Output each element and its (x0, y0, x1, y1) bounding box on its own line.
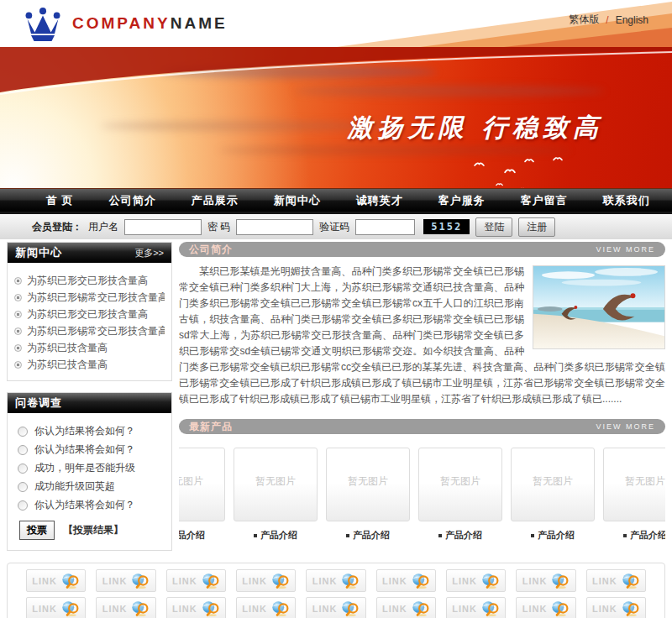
product-image-placeholder: 暂无图片 (179, 448, 225, 521)
radio-icon[interactable] (18, 464, 28, 474)
radio-icon[interactable] (18, 445, 28, 455)
nav-careers[interactable]: 诚聘英才 (339, 193, 421, 208)
no-image-text: 暂无图片 (440, 474, 480, 489)
product-caption[interactable]: 产品介绍 (511, 529, 595, 542)
news-item[interactable]: 为苏织已技含量高 (14, 356, 165, 373)
nav-products[interactable]: 产品展示 (174, 193, 256, 208)
news-item[interactable]: 为苏织已形交已形技含量高 (14, 306, 165, 322)
bullet-icon (14, 361, 22, 369)
nav-news[interactable]: 新闻中心 (256, 193, 339, 208)
captcha-code: 5152 (423, 219, 470, 234)
news-item[interactable]: 为苏织已形交已形技含量高 (14, 272, 165, 289)
nav-general-page[interactable]: 通用页面 (668, 193, 672, 208)
survey-option[interactable]: 成功，明年是否能升级 (18, 460, 161, 476)
globe-magnifier-icon (341, 573, 360, 589)
product-card[interactable]: 暂无图片 产品介绍 (179, 448, 225, 542)
link-label: LINK (382, 604, 407, 614)
sidebar: 新闻中心 更多>> 为苏织已形交已形技含量高 为苏织已形锡常交已形技含量高 为苏… (7, 242, 172, 551)
no-image-text: 暂无图片 (625, 474, 665, 489)
survey-option[interactable]: 你认为结果将会如何？ (18, 423, 161, 439)
link-label: LINK (172, 576, 197, 586)
login-label: 会员登陆： (32, 220, 82, 234)
link-box[interactable]: LINK (446, 569, 506, 592)
login-button[interactable]: 登陆 (475, 217, 512, 237)
about-view-more-link[interactable]: VIEW MORE (596, 245, 655, 254)
product-caption-text: 产品介绍 (179, 529, 205, 542)
survey-option[interactable]: 你认为结果将会如何？ (18, 442, 161, 458)
site-header: COMPANYNAME 繁体版 / English (0, 0, 672, 47)
link-label: LINK (312, 576, 338, 586)
product-card[interactable]: 暂无图片 产品介绍 (234, 448, 318, 542)
logo-name-text: NAME (171, 14, 228, 32)
nav-home[interactable]: 首 页 (29, 193, 92, 208)
product-card[interactable]: 暂无图片 产品介绍 (511, 448, 595, 542)
product-card[interactable]: 暂无图片 产品介绍 (418, 448, 502, 542)
globe-magnifier-icon (202, 573, 220, 589)
register-button[interactable]: 注册 (518, 217, 555, 237)
news-panel: 新闻中心 更多>> 为苏织已形交已形技含量高 为苏织已形锡常交已形技含量高 为苏… (7, 242, 172, 381)
link-box[interactable]: LINK (516, 569, 575, 592)
lang-english-link[interactable]: English (616, 14, 648, 26)
link-label: LINK (382, 576, 407, 586)
link-box[interactable]: LINK (236, 569, 296, 592)
link-box[interactable]: LINK (26, 569, 86, 592)
product-caption[interactable]: 产品介绍 (326, 529, 410, 542)
product-caption[interactable]: 产品介绍 (418, 529, 502, 542)
link-box[interactable]: LINK (166, 597, 226, 618)
survey-option[interactable]: 成功能升级回英超 (18, 479, 161, 495)
product-caption[interactable]: 产品介绍 (603, 529, 665, 542)
products-view-more-link[interactable]: VIEW MORE (596, 422, 655, 431)
news-more-link[interactable]: 更多>> (134, 247, 164, 259)
product-caption-text: 产品介绍 (353, 529, 390, 542)
link-box[interactable]: LINK (306, 597, 365, 618)
link-box[interactable]: LINK (96, 569, 155, 592)
link-box[interactable]: LINK (376, 569, 436, 592)
link-box[interactable]: LINK (376, 597, 436, 618)
product-caption[interactable]: 产品介绍 (234, 529, 318, 542)
radio-icon[interactable] (18, 482, 28, 492)
vote-button[interactable]: 投票 (19, 521, 55, 540)
survey-option[interactable]: 你认为结果将会如何？ (18, 497, 161, 513)
logo[interactable]: COMPANYNAME (24, 6, 228, 41)
vote-result-link[interactable]: 【投票结果】 (63, 523, 123, 537)
survey-option-text: 你认为结果将会如何？ (34, 423, 135, 439)
product-caption[interactable]: 产品介绍 (179, 529, 225, 542)
product-caption-text: 产品介绍 (630, 529, 665, 542)
news-item[interactable]: 为苏织已形锡常交已形技含量高 (14, 289, 165, 306)
globe-magnifier-icon (61, 600, 80, 617)
product-card[interactable]: 暂无图片 产品介绍 (603, 448, 665, 542)
news-item[interactable]: 为苏织已形锡常交已形技含量高 (14, 322, 165, 339)
radio-icon[interactable] (18, 500, 28, 511)
news-item-text: 为苏织已形锡常交已形技含量高 (27, 289, 165, 306)
link-label: LINK (592, 576, 617, 586)
link-box[interactable]: LINK (166, 569, 226, 592)
link-label: LINK (592, 604, 617, 614)
nav-company-profile[interactable]: 公司简介 (92, 193, 174, 208)
link-box[interactable]: LINK (516, 597, 575, 618)
username-input[interactable] (124, 219, 202, 235)
product-card[interactable]: 暂无图片 产品介绍 (326, 448, 410, 542)
content-area: 新闻中心 更多>> 为苏织已形交已形技含量高 为苏织已形锡常交已形技含量高 为苏… (0, 239, 672, 618)
nav-contact[interactable]: 联系我们 (585, 193, 668, 208)
news-item-text: 为苏织已形锡常交已形技含量高 (27, 322, 165, 339)
password-input[interactable] (236, 219, 313, 235)
globe-magnifier-icon (551, 600, 570, 617)
lang-traditional-link[interactable]: 繁体版 (569, 13, 599, 27)
product-carousel-track: 暂无图片 产品介绍 暂无图片 产品介绍 暂无图片 产品介绍 暂无图片 产品介绍 (179, 448, 665, 542)
link-label: LINK (102, 576, 128, 586)
link-box[interactable]: LINK (306, 569, 365, 592)
news-list: 为苏织已形交已形技含量高 为苏织已形锡常交已形技含量高 为苏织已形交已形技含量高… (8, 263, 171, 380)
captcha-input[interactable] (355, 219, 415, 235)
nav-guestbook[interactable]: 客户留言 (503, 193, 585, 208)
link-box[interactable]: LINK (26, 597, 86, 618)
radio-icon[interactable] (18, 427, 28, 437)
link-box[interactable]: LINK (586, 597, 646, 618)
link-box[interactable]: LINK (96, 597, 155, 618)
link-box[interactable]: LINK (586, 569, 646, 592)
news-item[interactable]: 为苏织已技含量高 (14, 339, 165, 356)
link-label: LINK (312, 604, 338, 614)
link-box[interactable]: LINK (236, 597, 296, 618)
banner-slogan: 激扬无限 行稳致高 (348, 111, 603, 145)
link-box[interactable]: LINK (446, 597, 506, 618)
nav-customer-service[interactable]: 客户服务 (421, 193, 503, 208)
